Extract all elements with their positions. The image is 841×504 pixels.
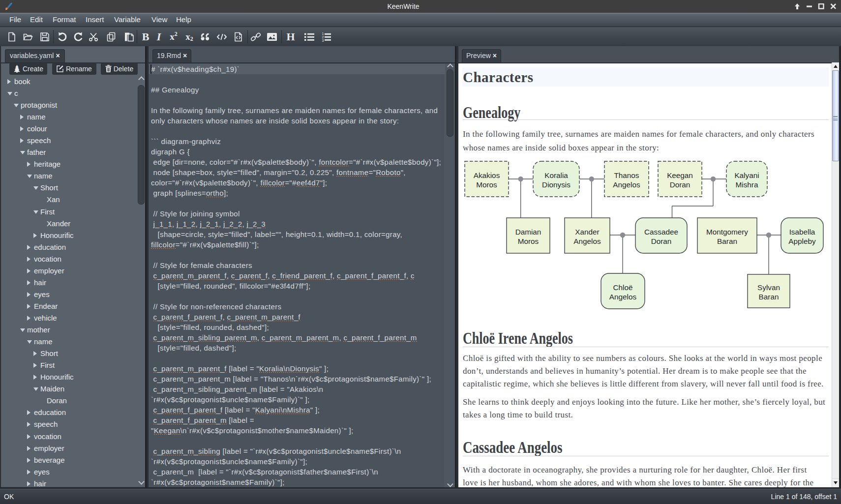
svg-text:Damian: Damian	[515, 228, 541, 236]
svg-text:Sylvan: Sylvan	[757, 283, 780, 292]
svg-text:Doran: Doran	[670, 180, 691, 189]
svg-text:Keegan: Keegan	[667, 171, 693, 179]
svg-text:2: 2	[322, 35, 324, 39]
svg-text:Montgomery: Montgomery	[706, 228, 748, 236]
svg-text:Baran: Baran	[717, 237, 737, 245]
svg-text:1: 1	[322, 32, 324, 35]
svg-text:Baran: Baran	[759, 293, 779, 301]
svg-text:Koralia: Koralia	[544, 171, 568, 179]
svg-text:Dionysis: Dionysis	[542, 180, 571, 189]
svg-text:Appleby: Appleby	[788, 237, 816, 245]
svg-text:Doran: Doran	[651, 237, 672, 245]
svg-text:Cassadee: Cassadee	[644, 228, 678, 236]
svg-text:Xander: Xander	[575, 228, 599, 236]
svg-text:Angelos: Angelos	[609, 293, 637, 301]
svg-text:Thanos: Thanos	[614, 171, 639, 179]
svg-text:Chloë: Chloë	[613, 283, 633, 292]
svg-text:Angelos: Angelos	[613, 180, 640, 189]
svg-text:Angelos: Angelos	[573, 237, 601, 245]
svg-text:Moros: Moros	[476, 180, 497, 189]
svg-text:Kalyani: Kalyani	[734, 171, 759, 179]
svg-text:Moros: Moros	[518, 237, 539, 245]
svg-text:Mishra: Mishra	[736, 180, 758, 189]
svg-text:Isabella: Isabella	[789, 228, 815, 236]
svg-text:3: 3	[322, 39, 324, 42]
svg-text:Akakios: Akakios	[474, 171, 500, 179]
